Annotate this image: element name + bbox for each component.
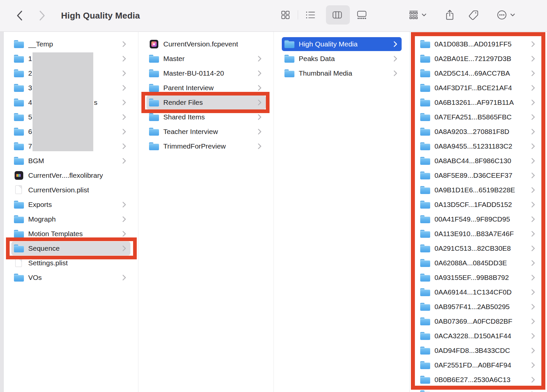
list-item[interactable]: Parent Interview (138, 81, 274, 95)
folder-icon (420, 200, 430, 210)
item-label: 0A62088A...0845DD3E (434, 259, 507, 267)
list-item[interactable]: Mograph (3, 212, 138, 227)
list-item[interactable]: 0A2BA01E...721297D3B (410, 51, 547, 66)
gallery-icon (356, 10, 367, 20)
list-item[interactable]: 0A7EFA251...B5865FBC (410, 110, 547, 124)
item-label: Motion Templates (28, 230, 83, 238)
list-item[interactable]: 0AD94FD8...3B433CDC (410, 343, 547, 358)
list-item[interactable]: 0AB07369...A0FCD82BF (410, 314, 547, 329)
chevron-right-icon (531, 348, 535, 354)
group-button[interactable] (404, 7, 431, 23)
chevron-down-icon (422, 13, 427, 17)
share-button[interactable] (444, 7, 455, 23)
list-icon (305, 10, 316, 20)
finder-column-3: High Quality Media Peaks Data Thumbnail … (274, 32, 410, 392)
list-item[interactable]: 0A1D083B...AD0191FF5 (410, 37, 547, 51)
list-item[interactable]: 0A4F3D71F...BCE21AF4 (410, 81, 547, 95)
list-item[interactable]: 0B4CD5F93...29CB04C27 (410, 387, 547, 392)
chevron-left-icon (16, 10, 24, 21)
folder-icon (149, 98, 159, 107)
list-item[interactable]: CurrentVersion.plist (3, 183, 138, 197)
list-item[interactable]: 0A8A9203...270881F8D (410, 124, 547, 139)
list-item[interactable]: 0A113E910...B83A7E46F (410, 227, 547, 241)
chevron-right-icon (394, 41, 397, 47)
item-label: Settings.plist (28, 259, 68, 267)
list-item[interactable]: Master-BU-0114-20 (138, 66, 274, 81)
list-item[interactable]: Motion Templates (3, 227, 138, 241)
list-item[interactable]: Master (138, 51, 274, 66)
folder-icon (420, 302, 430, 312)
chevron-right-icon (531, 56, 535, 62)
tag-button[interactable] (468, 7, 479, 23)
folder-icon (14, 243, 24, 253)
list-item[interactable]: 0A8A9455...51231183C2 (410, 139, 547, 154)
list-item[interactable]: Teacher Interview (138, 124, 274, 139)
list-item[interactable]: Shared Items (138, 110, 274, 124)
file-icon-plist (14, 258, 24, 268)
list-item[interactable]: Thumbnail Media (274, 66, 409, 81)
list-item[interactable]: Exports (3, 197, 138, 212)
list-item[interactable]: 0A62088A...0845DD3E (410, 256, 547, 270)
list-item[interactable]: 0AF2551FD...A0BF4F94 (410, 358, 547, 372)
item-label: 0B0B6E27...2530A6C13 (434, 376, 510, 384)
chevron-right-icon (531, 99, 535, 105)
folder-icon (420, 112, 430, 122)
list-item[interactable]: BGM (3, 154, 138, 168)
folder-icon (420, 346, 430, 356)
list-view-button[interactable] (300, 7, 321, 23)
chevron-right-icon (531, 260, 535, 266)
list-item[interactable]: 00A41F549...9F89CD95 (410, 212, 547, 227)
item-label: 0A9B1D1E6...6519B228E (434, 186, 515, 194)
folder-icon (149, 83, 159, 93)
list-item[interactable]: Settings.plist (3, 256, 138, 270)
list-item[interactable]: High Quality Media (274, 37, 409, 51)
folder-icon (14, 39, 24, 49)
folder-icon (420, 54, 430, 64)
list-item[interactable]: 0A9B1D1E6...6519B228E (410, 183, 547, 197)
list-item[interactable]: Sequence (3, 241, 138, 256)
list-item[interactable]: TrimmedForPreview (138, 139, 274, 154)
list-item[interactable]: 0A8ABC44...8F986C130 (410, 154, 547, 168)
list-item[interactable]: 0A291C513...82CB30E8 (410, 241, 547, 256)
list-item[interactable]: 0AA69144...1C134CF0D (410, 285, 547, 299)
list-item[interactable]: __Temp (3, 37, 138, 51)
item-label: 0A93155EF...99B8B792 (434, 274, 509, 282)
forward-button[interactable] (36, 9, 48, 23)
list-item[interactable]: 0A13D5CF...1FADD5152 (410, 197, 547, 212)
item-label: CurrentVersion.fcpevent (163, 40, 238, 48)
folder-icon (149, 112, 159, 122)
ellipsis-circle-icon (497, 10, 507, 20)
list-item[interactable]: 0AB957F41...2AB50295 (410, 299, 547, 314)
folder-icon (14, 141, 24, 151)
list-item[interactable]: 0B0B6E27...2530A6C13 (410, 372, 547, 387)
chevron-right-icon (122, 114, 126, 120)
gallery-view-button[interactable] (351, 7, 372, 23)
list-item[interactable]: Peaks Data (274, 51, 409, 66)
folder-icon (420, 229, 430, 239)
folder-icon (149, 141, 159, 151)
item-label: Sequence (28, 244, 60, 252)
list-item[interactable]: CurrentVersion.fcpevent (138, 37, 274, 51)
file-icon-plist (14, 185, 24, 195)
column-view-button[interactable] (327, 7, 348, 23)
folder-icon (420, 170, 430, 180)
list-item[interactable]: 0ACA3228...D150A1F44 (410, 329, 547, 343)
folder-icon (420, 39, 430, 49)
chevron-right-icon (531, 245, 535, 251)
icon-view-button[interactable] (275, 7, 296, 23)
more-button[interactable] (493, 7, 518, 23)
item-label: 0A1D083B...AD0191FF5 (434, 40, 511, 48)
back-button[interactable] (14, 9, 26, 23)
item-label: CurrentVer....flexolibrary (28, 171, 103, 179)
list-item[interactable]: 0A2D5C14...69ACC7BA (410, 66, 547, 81)
list-item[interactable]: 0A93155EF...99B8B792 (410, 270, 547, 285)
chevron-right-icon (531, 114, 535, 120)
list-item[interactable]: 0A6B13261...AF971B11A (410, 95, 547, 110)
list-item[interactable]: CurrentVer....flexolibrary (3, 168, 138, 183)
list-item[interactable]: 0A8F5E89...D36CEEF37 (410, 168, 547, 183)
list-item[interactable]: Render Files (138, 95, 274, 110)
chevron-right-icon (531, 304, 535, 310)
item-label: 0AB07369...A0FCD82BF (434, 317, 512, 325)
list-item[interactable]: VOs (3, 270, 138, 285)
folder-icon (14, 68, 24, 78)
